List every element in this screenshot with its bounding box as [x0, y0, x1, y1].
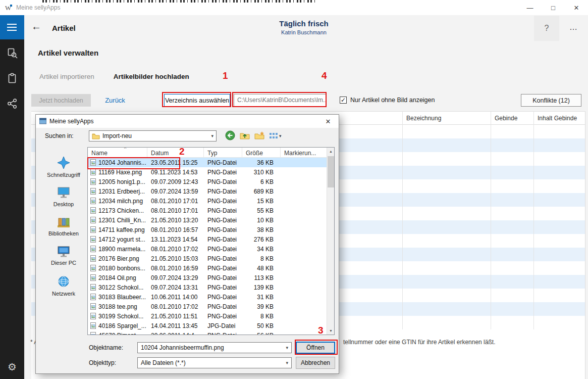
column-header-inhalt-gebinde[interactable]: Inhalt Gebinde	[538, 115, 577, 122]
place-bibliotheken[interactable]: Bibliotheken	[48, 215, 79, 236]
image-file-icon	[90, 168, 96, 176]
file-row[interactable]: 45670 Piment... 20.06.2011 14:4... PNG-D…	[88, 330, 327, 335]
file-row[interactable]: 11169 Haxe.png 09.11.2023 14:53 PNG-Date…	[88, 167, 327, 177]
place-schnellzugriff[interactable]: Schnellzugriff	[47, 155, 80, 178]
scrollbar-thumb[interactable]	[328, 156, 334, 187]
file-row[interactable]: 20180 bonbons... 08.01.2010 16:59 PNG-Da…	[88, 263, 327, 273]
file-type: PNG-Datei	[204, 303, 242, 310]
file-name: 18900 marmela...	[98, 246, 145, 253]
sort-asc-icon: ^	[124, 148, 126, 151]
search-icon	[7, 48, 18, 59]
help-button[interactable]: ?	[534, 16, 559, 41]
page-title: Artikel	[52, 24, 76, 32]
window-title: Meine sellyApps	[16, 4, 60, 11]
directory-path-field[interactable]: C:\Users\KatrinB\Documents\Im...	[234, 94, 326, 107]
look-in-select[interactable]: Import-neu ▾	[89, 130, 217, 141]
file-size: 10 KB	[242, 217, 281, 224]
upload-now-button[interactable]: Jetzt hochladen	[31, 94, 91, 107]
file-size: 6 KB	[242, 178, 281, 185]
file-name: 30183 Blaubeer...	[98, 294, 146, 301]
file-list-rows: 10204 Johannis... 23.05.2011 15:25 PNG-D…	[88, 158, 327, 335]
dialog-toolbar: Suchen in: Import-neu ▾ ▾	[36, 128, 339, 144]
file-type: JPG-Datei	[204, 322, 242, 329]
sidebar-item-articles[interactable]	[0, 67, 24, 90]
file-column-name[interactable]: Name^	[88, 148, 147, 157]
file-row[interactable]: 20184 Oil.png 09.07.2024 13:29 PNG-Datei…	[88, 273, 327, 282]
file-column-datum[interactable]: Datum	[147, 148, 204, 157]
quick-access-star-icon	[56, 155, 71, 170]
window-controls: — □ ✕	[518, 0, 588, 15]
file-row[interactable]: 20176 Bier.png 21.05.2010 15:03 PNG-Date…	[88, 254, 327, 263]
file-column-markierung[interactable]: Markierun...	[281, 148, 327, 157]
back-link-button[interactable]: Zurück	[97, 94, 133, 107]
conflicts-button[interactable]: Konflikte (12)	[521, 94, 581, 107]
column-header-bezeichnung[interactable]: Bezeichnung	[406, 115, 441, 122]
file-row[interactable]: 14711 kaffee.png 08.01.2010 16:57 PNG-Da…	[88, 225, 327, 234]
place-netzwerk[interactable]: Netzwerk	[52, 274, 75, 297]
chevron-down-icon: ▾	[286, 360, 288, 365]
file-size: 50 KB	[242, 322, 281, 329]
dialog-close-button[interactable]: ✕	[321, 115, 335, 128]
file-type: PNG-Datei	[204, 265, 242, 272]
choose-directory-button[interactable]: Verzeichnis auswählen	[164, 94, 230, 107]
file-type: PNG-Datei	[204, 198, 242, 205]
file-row[interactable]: 30183 Blaubeer... 10.06.2011 14:00 PNG-D…	[88, 292, 327, 302]
file-name: 45670 Piment...	[98, 332, 141, 335]
libraries-icon	[56, 215, 71, 229]
menu-button[interactable]	[0, 15, 24, 39]
objektname-input[interactable]: 10204 Johannisbeermuffin.png ▾	[137, 342, 292, 353]
up-one-level-button[interactable]	[240, 131, 250, 141]
place-desktop[interactable]: Desktop	[54, 186, 74, 207]
file-row[interactable]: 18900 marmela... 08.01.2010 17:02 PNG-Da…	[88, 244, 327, 254]
views-menu-button[interactable]: ▾	[269, 132, 282, 139]
file-type: PNG-Datei	[204, 226, 242, 233]
file-row[interactable]: 30122 Schokol... 09.07.2024 13:31 PNG-Da…	[88, 282, 327, 292]
file-name: 20176 Bier.png	[98, 255, 139, 262]
cancel-button[interactable]: Abbrechen	[296, 357, 335, 369]
only-without-image-checkbox[interactable]: ✓	[340, 97, 347, 104]
file-row[interactable]: 30199 Schokol... 21.05.2010 11:51 PNG-Da…	[88, 311, 327, 321]
new-folder-button[interactable]	[254, 131, 264, 141]
file-column-groesse[interactable]: Größe	[242, 148, 281, 157]
sidebar-item-search[interactable]	[0, 41, 24, 65]
go-back-button[interactable]	[225, 130, 235, 142]
tab-artikel-importieren[interactable]: Artikel importieren	[39, 73, 94, 80]
file-type: PNG-Datei	[204, 178, 242, 185]
file-column-typ[interactable]: Typ	[204, 148, 242, 157]
open-button[interactable]: Öffnen	[296, 342, 335, 354]
file-row[interactable]: 30188 tee.png 08.01.2010 17:02 PNG-Datei…	[88, 302, 327, 311]
file-row[interactable]: 10204 Johannis... 23.05.2011 15:25 PNG-D…	[88, 158, 327, 167]
objekttyp-select[interactable]: Alle Dateien (*.*) ▾	[137, 357, 292, 368]
file-row[interactable]: 12031 Erdbeerj... 09.07.2024 13:59 PNG-D…	[88, 186, 327, 196]
file-size: 34 KB	[242, 246, 281, 253]
file-row[interactable]: 12301 Chilli_Kn... 21.05.2010 13:20 PNG-…	[88, 215, 327, 225]
maximize-button[interactable]: □	[542, 0, 565, 15]
file-row[interactable]: 12005 honig1.p... 09.07.2009 12:43 PNG-D…	[88, 177, 327, 186]
column-header-gebinde[interactable]: Gebinde	[495, 115, 517, 122]
file-row[interactable]: 12034 milch.png 08.01.2010 17:01 PNG-Dat…	[88, 196, 327, 206]
objektname-label: Objektname:	[89, 344, 133, 351]
back-button[interactable]: ←	[31, 21, 41, 32]
file-date: 09.07.2024 13:29	[147, 274, 204, 281]
image-file-icon	[90, 197, 96, 205]
scroll-up-icon[interactable]: ▲	[327, 148, 335, 155]
scroll-down-icon[interactable]: ▼	[327, 327, 335, 335]
sidebar-item-share[interactable]	[0, 92, 24, 115]
close-button[interactable]: ✕	[565, 0, 588, 15]
file-row[interactable]: 14712 yogurt st... 13.11.2023 14:54 PNG-…	[88, 234, 327, 244]
file-type: PNG-Datei	[204, 169, 242, 176]
file-list-scrollbar[interactable]: ▲ ▼	[327, 148, 334, 335]
more-menu-button[interactable]: …	[569, 23, 577, 32]
file-list-header: Name^ Datum Typ Größe Markierun...	[88, 148, 327, 158]
settings-button[interactable]: ⚙	[0, 357, 24, 377]
file-size: 276 KB	[242, 236, 281, 243]
file-row[interactable]: 12173 Chicken... 08.01.2010 17:01 PNG-Da…	[88, 206, 327, 215]
minimize-button[interactable]: —	[518, 0, 542, 15]
account-header: Täglich frisch Katrin Buschmann	[193, 19, 415, 35]
file-row[interactable]: 40186 Spargel_... 14.04.2011 13:45 JPG-D…	[88, 321, 327, 330]
place-dieser-pc[interactable]: Dieser PC	[51, 245, 76, 266]
image-file-icon	[90, 255, 96, 262]
file-name: 40186 Spargel_...	[98, 322, 146, 329]
file-size: 31 KB	[242, 294, 281, 301]
tab-artikelbilder-hochladen[interactable]: Artikelbilder hochladen	[114, 73, 189, 80]
